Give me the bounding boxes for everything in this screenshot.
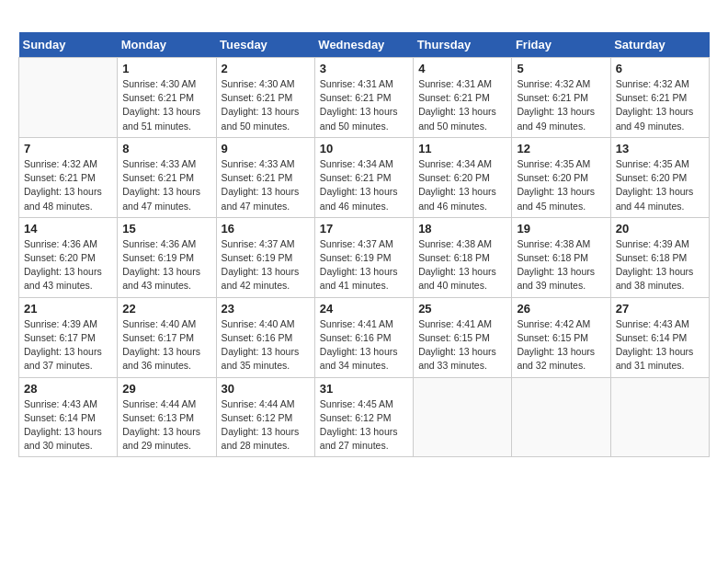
calendar-cell: 23Sunrise: 4:40 AMSunset: 6:16 PMDayligh…	[216, 297, 314, 377]
calendar-cell: 8Sunrise: 4:33 AMSunset: 6:21 PMDaylight…	[118, 137, 216, 217]
calendar-cell	[610, 377, 709, 457]
calendar-week-row: 14Sunrise: 4:36 AMSunset: 6:20 PMDayligh…	[19, 217, 710, 297]
day-number: 13	[616, 142, 704, 155]
calendar-cell	[512, 377, 610, 457]
day-number: 16	[222, 222, 310, 236]
day-number: 14	[24, 222, 112, 236]
day-number: 21	[24, 302, 112, 316]
page-header	[18, 18, 710, 23]
day-info: Sunrise: 4:32 AMSunset: 6:21 PMDaylight:…	[517, 77, 605, 133]
calendar-cell: 11Sunrise: 4:34 AMSunset: 6:20 PMDayligh…	[414, 137, 512, 217]
day-info: Sunrise: 4:45 AMSunset: 6:12 PMDaylight:…	[320, 397, 408, 454]
day-number: 18	[418, 222, 506, 236]
day-info: Sunrise: 4:30 AMSunset: 6:21 PMDaylight:…	[222, 77, 310, 133]
calendar-cell: 10Sunrise: 4:34 AMSunset: 6:21 PMDayligh…	[314, 137, 413, 217]
calendar-table: SundayMondayTuesdayWednesdayThursdayFrid…	[18, 32, 710, 457]
calendar-cell: 14Sunrise: 4:36 AMSunset: 6:20 PMDayligh…	[19, 217, 118, 297]
calendar-cell: 5Sunrise: 4:32 AMSunset: 6:21 PMDaylight…	[512, 58, 610, 138]
day-info: Sunrise: 4:41 AMSunset: 6:15 PMDaylight:…	[418, 317, 506, 373]
day-number: 15	[122, 222, 210, 236]
day-info: Sunrise: 4:38 AMSunset: 6:18 PMDaylight:…	[517, 237, 605, 293]
day-info: Sunrise: 4:44 AMSunset: 6:13 PMDaylight:…	[122, 397, 210, 454]
calendar-cell: 27Sunrise: 4:43 AMSunset: 6:14 PMDayligh…	[610, 297, 709, 377]
day-number: 10	[320, 142, 408, 155]
calendar-cell: 26Sunrise: 4:42 AMSunset: 6:15 PMDayligh…	[512, 297, 610, 377]
day-number: 6	[616, 62, 704, 75]
day-number: 29	[122, 382, 210, 396]
day-number: 24	[320, 302, 408, 316]
calendar-cell: 20Sunrise: 4:39 AMSunset: 6:18 PMDayligh…	[610, 217, 709, 297]
calendar-cell: 17Sunrise: 4:37 AMSunset: 6:19 PMDayligh…	[314, 217, 413, 297]
day-info: Sunrise: 4:44 AMSunset: 6:12 PMDaylight:…	[222, 397, 310, 454]
calendar-cell: 30Sunrise: 4:44 AMSunset: 6:12 PMDayligh…	[216, 377, 314, 457]
day-number: 9	[222, 142, 310, 155]
day-info: Sunrise: 4:43 AMSunset: 6:14 PMDaylight:…	[24, 397, 112, 454]
calendar-week-row: 7Sunrise: 4:32 AMSunset: 6:21 PMDaylight…	[19, 137, 710, 217]
calendar-cell: 1Sunrise: 4:30 AMSunset: 6:21 PMDaylight…	[118, 58, 216, 138]
day-info: Sunrise: 4:33 AMSunset: 6:21 PMDaylight:…	[122, 157, 210, 213]
day-number: 23	[222, 302, 310, 316]
day-number: 1	[122, 62, 210, 75]
day-number: 25	[418, 302, 506, 316]
weekday-header: Monday	[118, 32, 216, 58]
day-info: Sunrise: 4:43 AMSunset: 6:14 PMDaylight:…	[616, 317, 704, 373]
calendar-cell: 31Sunrise: 4:45 AMSunset: 6:12 PMDayligh…	[314, 377, 413, 457]
day-info: Sunrise: 4:31 AMSunset: 6:21 PMDaylight:…	[320, 77, 408, 133]
weekday-header-row: SundayMondayTuesdayWednesdayThursdayFrid…	[19, 32, 710, 58]
calendar-cell: 2Sunrise: 4:30 AMSunset: 6:21 PMDaylight…	[216, 58, 314, 138]
day-info: Sunrise: 4:37 AMSunset: 6:19 PMDaylight:…	[320, 237, 408, 293]
calendar-cell: 18Sunrise: 4:38 AMSunset: 6:18 PMDayligh…	[414, 217, 512, 297]
calendar-cell: 29Sunrise: 4:44 AMSunset: 6:13 PMDayligh…	[118, 377, 216, 457]
day-number: 2	[222, 62, 310, 75]
day-number: 12	[517, 142, 605, 155]
day-number: 11	[418, 142, 506, 155]
day-info: Sunrise: 4:33 AMSunset: 6:21 PMDaylight:…	[222, 157, 310, 213]
calendar-cell: 9Sunrise: 4:33 AMSunset: 6:21 PMDaylight…	[216, 137, 314, 217]
day-info: Sunrise: 4:31 AMSunset: 6:21 PMDaylight:…	[418, 77, 506, 133]
day-info: Sunrise: 4:36 AMSunset: 6:19 PMDaylight:…	[122, 237, 210, 293]
calendar-cell: 16Sunrise: 4:37 AMSunset: 6:19 PMDayligh…	[216, 217, 314, 297]
calendar-week-row: 28Sunrise: 4:43 AMSunset: 6:14 PMDayligh…	[19, 377, 710, 457]
calendar-cell: 19Sunrise: 4:38 AMSunset: 6:18 PMDayligh…	[512, 217, 610, 297]
calendar-cell: 28Sunrise: 4:43 AMSunset: 6:14 PMDayligh…	[19, 377, 118, 457]
day-number: 3	[320, 62, 408, 75]
day-info: Sunrise: 4:34 AMSunset: 6:20 PMDaylight:…	[418, 157, 506, 213]
weekday-header: Saturday	[610, 32, 709, 58]
day-info: Sunrise: 4:41 AMSunset: 6:16 PMDaylight:…	[320, 317, 408, 373]
day-number: 20	[616, 222, 704, 236]
day-number: 7	[24, 142, 112, 155]
day-number: 28	[24, 382, 112, 396]
calendar-cell: 25Sunrise: 4:41 AMSunset: 6:15 PMDayligh…	[414, 297, 512, 377]
calendar-cell: 24Sunrise: 4:41 AMSunset: 6:16 PMDayligh…	[314, 297, 413, 377]
day-number: 26	[517, 302, 605, 316]
calendar-cell: 22Sunrise: 4:40 AMSunset: 6:17 PMDayligh…	[118, 297, 216, 377]
calendar-cell: 4Sunrise: 4:31 AMSunset: 6:21 PMDaylight…	[414, 58, 512, 138]
day-number: 4	[418, 62, 506, 75]
weekday-header: Wednesday	[314, 32, 413, 58]
day-number: 30	[222, 382, 310, 396]
day-info: Sunrise: 4:38 AMSunset: 6:18 PMDaylight:…	[418, 237, 506, 293]
day-info: Sunrise: 4:39 AMSunset: 6:18 PMDaylight:…	[616, 237, 704, 293]
calendar-cell: 15Sunrise: 4:36 AMSunset: 6:19 PMDayligh…	[118, 217, 216, 297]
day-info: Sunrise: 4:39 AMSunset: 6:17 PMDaylight:…	[24, 317, 112, 373]
day-number: 27	[616, 302, 704, 316]
day-info: Sunrise: 4:40 AMSunset: 6:17 PMDaylight:…	[122, 317, 210, 373]
calendar-cell: 13Sunrise: 4:35 AMSunset: 6:20 PMDayligh…	[610, 137, 709, 217]
calendar-week-row: 1Sunrise: 4:30 AMSunset: 6:21 PMDaylight…	[19, 58, 710, 138]
day-info: Sunrise: 4:40 AMSunset: 6:16 PMDaylight:…	[222, 317, 310, 373]
day-info: Sunrise: 4:34 AMSunset: 6:21 PMDaylight:…	[320, 157, 408, 213]
calendar-cell: 12Sunrise: 4:35 AMSunset: 6:20 PMDayligh…	[512, 137, 610, 217]
day-info: Sunrise: 4:35 AMSunset: 6:20 PMDaylight:…	[616, 157, 704, 213]
day-number: 19	[517, 222, 605, 236]
calendar-week-row: 21Sunrise: 4:39 AMSunset: 6:17 PMDayligh…	[19, 297, 710, 377]
day-info: Sunrise: 4:30 AMSunset: 6:21 PMDaylight:…	[122, 77, 210, 133]
calendar-cell	[414, 377, 512, 457]
day-info: Sunrise: 4:32 AMSunset: 6:21 PMDaylight:…	[616, 77, 704, 133]
day-number: 31	[320, 382, 408, 396]
day-info: Sunrise: 4:36 AMSunset: 6:20 PMDaylight:…	[24, 237, 112, 293]
calendar-cell: 3Sunrise: 4:31 AMSunset: 6:21 PMDaylight…	[314, 58, 413, 138]
weekday-header: Sunday	[19, 32, 118, 58]
weekday-header: Friday	[512, 32, 610, 58]
day-info: Sunrise: 4:37 AMSunset: 6:19 PMDaylight:…	[222, 237, 310, 293]
day-number: 22	[122, 302, 210, 316]
